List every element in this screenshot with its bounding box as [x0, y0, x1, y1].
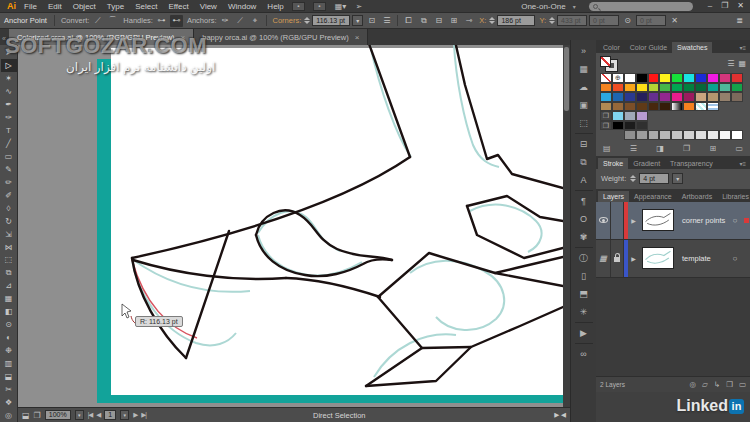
select-similar-icon[interactable]: ☰: [380, 15, 393, 27]
swatch[interactable]: [695, 130, 707, 140]
swatch[interactable]: [719, 92, 731, 102]
swatch[interactable]: [671, 92, 683, 102]
swatch[interactable]: [612, 83, 624, 93]
tab-appearance[interactable]: Appearance: [629, 191, 677, 202]
pencil-tool[interactable]: ✏: [1, 176, 17, 189]
tab-artboards[interactable]: Artboards: [677, 191, 717, 202]
new-color-group-button[interactable]: ❐: [683, 144, 690, 153]
swatch-registration[interactable]: ⊕: [612, 73, 624, 83]
swatch-pattern[interactable]: [695, 102, 707, 112]
swatch[interactable]: [624, 73, 636, 83]
hand-tool[interactable]: ❖: [1, 396, 17, 409]
swatch[interactable]: [719, 73, 731, 83]
panel-menu-icon[interactable]: ▾≡: [735, 42, 750, 53]
actions-icon[interactable]: ▶: [573, 324, 595, 342]
tab-swatches[interactable]: Swatches: [672, 42, 712, 53]
search-input[interactable]: [589, 2, 693, 11]
swatch[interactable]: [636, 102, 648, 112]
fill-stroke-proxy[interactable]: [600, 56, 620, 71]
curvature-tool[interactable]: ✑: [1, 111, 17, 124]
workspace-switcher[interactable]: One-on-One: [521, 2, 565, 11]
canvas[interactable]: R: 116.13 pt: [18, 45, 563, 407]
swatch-libraries-button[interactable]: ▤: [603, 144, 611, 153]
menu-file[interactable]: File: [24, 2, 37, 11]
swatch[interactable]: [636, 73, 648, 83]
swatch[interactable]: [636, 83, 648, 93]
zoom-level-select[interactable]: 100%: [45, 410, 71, 420]
delete-layer-button[interactable]: ▭: [739, 380, 746, 389]
swatch[interactable]: [683, 73, 695, 83]
weight-stepper[interactable]: [629, 173, 636, 184]
swatch[interactable]: [659, 92, 671, 102]
opentype-icon[interactable]: O: [573, 210, 595, 228]
color-group-folder-icon[interactable]: ❐: [600, 111, 612, 121]
layer-thumbnail[interactable]: [639, 240, 677, 277]
x-value-field[interactable]: 186 pt: [497, 15, 535, 26]
paragraph-icon[interactable]: ¶: [573, 192, 595, 210]
swatch[interactable]: [624, 130, 636, 140]
convert-to-corner-icon[interactable]: ⟋: [91, 15, 104, 27]
swatch[interactable]: [648, 83, 660, 93]
scrollbar-thumb[interactable]: [564, 47, 569, 111]
weight-dropdown-icon[interactable]: ▾: [672, 173, 683, 184]
menu-edit[interactable]: Edit: [48, 2, 62, 11]
corners-value-field[interactable]: 116.13 pt: [312, 15, 350, 26]
target-circle-icon[interactable]: ○: [728, 202, 742, 239]
swatches-icon[interactable]: ▦: [573, 60, 595, 78]
app-logo[interactable]: Ai: [4, 1, 19, 11]
slice-tool[interactable]: ✂: [1, 383, 17, 396]
swatch[interactable]: [600, 83, 612, 93]
lock-toggle[interactable]: [611, 240, 624, 277]
swatch[interactable]: [612, 111, 624, 121]
menu-window[interactable]: Window: [228, 2, 256, 11]
close-button[interactable]: ✕: [737, 1, 744, 11]
x-stepper[interactable]: [488, 15, 495, 26]
swatch[interactable]: [612, 121, 624, 131]
rotate-tool[interactable]: ↻: [1, 215, 17, 228]
menu-select[interactable]: Select: [135, 2, 157, 11]
zoom-tool[interactable]: ◎: [1, 409, 17, 422]
menu-help[interactable]: Help: [267, 2, 283, 11]
align-icon-1[interactable]: ⧠: [402, 15, 415, 27]
shape-builder-tool[interactable]: ⧉: [1, 266, 17, 279]
swatch[interactable]: [731, 130, 743, 140]
disclosure-icon[interactable]: ▶: [628, 202, 639, 239]
w-value-field[interactable]: 433 pt: [557, 15, 587, 26]
swatch[interactable]: [671, 73, 683, 83]
color-group-folder-icon[interactable]: ❐: [600, 121, 612, 131]
collapse-dock-icon[interactable]: »: [573, 42, 595, 60]
swatch[interactable]: [695, 92, 707, 102]
tab-color-guide[interactable]: Color Guide: [625, 42, 672, 53]
transform-icon[interactable]: ⬚: [573, 114, 595, 132]
tab-close-icon[interactable]: ×: [355, 33, 360, 42]
last-artboard-icon[interactable]: ▶|: [141, 411, 146, 419]
swatch[interactable]: [671, 83, 683, 93]
swatch[interactable]: [624, 111, 636, 121]
swatch[interactable]: [659, 130, 671, 140]
image-trace-icon[interactable]: ▣: [573, 96, 595, 114]
column-graph-tool[interactable]: ▥: [1, 357, 17, 370]
first-artboard-icon[interactable]: |◀: [88, 411, 93, 419]
pathfinder-icon[interactable]: ⧉: [573, 153, 595, 171]
swatch[interactable]: [707, 83, 719, 93]
artboard-tool[interactable]: ⬓: [1, 370, 17, 383]
connect-anchor-icon[interactable]: ⟋: [234, 15, 247, 27]
grid-view-icon[interactable]: ▦: [738, 59, 746, 68]
convert-to-smooth-icon[interactable]: ⌒: [106, 15, 119, 27]
swatch[interactable]: [636, 111, 648, 121]
tab-close-icon[interactable]: ×: [181, 33, 186, 42]
clear-appearance-icon[interactable]: ✕: [668, 15, 681, 27]
target-circle-icon[interactable]: ○: [728, 240, 742, 277]
lasso-tool[interactable]: ∿: [1, 85, 17, 98]
mesh-tool[interactable]: ▦: [1, 292, 17, 305]
align-icon-4[interactable]: ⊞: [447, 15, 460, 27]
width-tool[interactable]: ⋈: [1, 241, 17, 254]
status-bar-drag-handle[interactable]: ▶ ◀: [554, 411, 566, 419]
make-clip-mask-button[interactable]: ▱: [702, 380, 708, 389]
swatch[interactable]: [636, 92, 648, 102]
swatch[interactable]: [624, 121, 636, 131]
swatch[interactable]: [612, 102, 624, 112]
free-transform-tool[interactable]: ⬚: [1, 254, 17, 267]
list-view-icon[interactable]: ☰: [727, 59, 734, 68]
tab-transparency[interactable]: Transparency: [665, 158, 718, 169]
